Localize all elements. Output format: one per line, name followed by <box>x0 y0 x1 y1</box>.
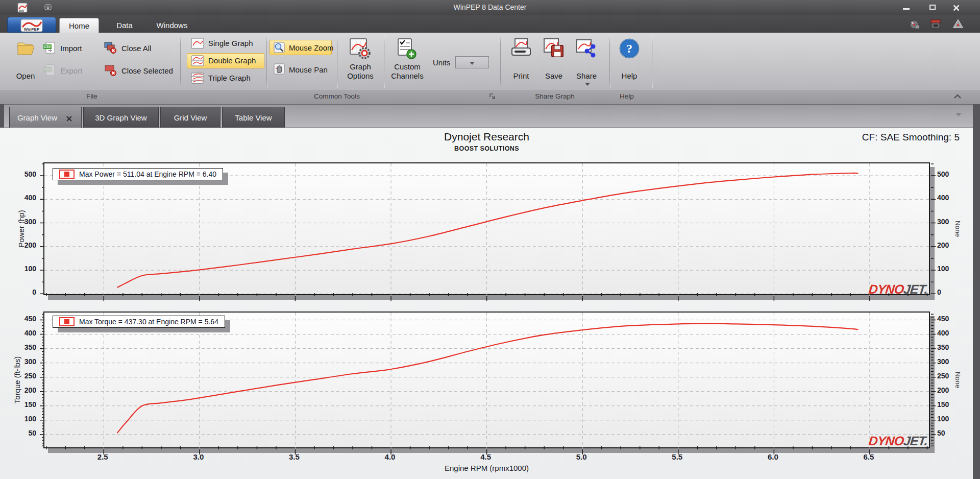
tick-label: 50 <box>937 429 967 437</box>
tick-label: 400 <box>7 194 36 202</box>
tab-graph-view[interactable]: Graph View <box>9 107 82 128</box>
torque-plot[interactable] <box>43 312 930 448</box>
gauge-tool-icon[interactable] <box>909 18 920 30</box>
power-axis-label: Power (hp) <box>17 196 27 262</box>
units-label: Units <box>433 58 450 67</box>
x-axis-label: Engine RPM (rpmx1000) <box>43 464 930 472</box>
view-tabstrip: Graph View 3D Graph View Grid View Table… <box>0 104 980 128</box>
power-legend[interactable]: Max Power = 511.04 at Engine RPM = 6.40 <box>53 168 223 180</box>
tick-label: 200 <box>7 386 36 394</box>
tick-label: 100 <box>7 415 36 423</box>
help-button[interactable]: Help <box>614 71 645 80</box>
graph-title: Dynojet Research <box>43 131 930 143</box>
close-all-icon[interactable] <box>104 42 117 56</box>
ribbon-group-strip: File Common Tools Share Graph Help <box>0 90 980 104</box>
torque-legend[interactable]: Max Torque = 437.30 at Engine RPM = 5.64 <box>53 316 225 328</box>
close-all-button[interactable]: Close All <box>121 44 151 53</box>
tab-overflow-icon[interactable] <box>955 113 962 116</box>
print-button[interactable]: Print <box>505 71 537 80</box>
graph-options-button[interactable]: Graph <box>338 62 383 71</box>
ribbon-tab-data[interactable]: Data <box>108 18 141 33</box>
print-icon[interactable] <box>510 38 532 61</box>
chevron-down-icon <box>470 62 475 65</box>
tick-label: 450 <box>7 315 36 323</box>
share-icon[interactable] <box>576 38 597 61</box>
single-graph-button[interactable]: Single Graph <box>208 39 253 47</box>
triple-graph-icon[interactable] <box>191 73 204 86</box>
tick-label: 5.5 <box>663 452 692 461</box>
open-icon[interactable] <box>16 40 36 58</box>
dialog-launcher-icon[interactable] <box>489 93 497 101</box>
tick-label: 500 <box>937 170 967 178</box>
correction-info: CF: SAE Smoothing: 5 <box>862 132 960 143</box>
tick-label: 2.5 <box>88 452 117 461</box>
graph-view-content: Dynojet Research BOOST SOLUTIONS CF: SAE… <box>0 128 980 479</box>
tick-label: 300 <box>7 218 36 226</box>
application-menu-button[interactable]: WinPEP <box>7 17 56 33</box>
graph-subtitle: BOOST SOLUTIONS <box>43 145 930 152</box>
tick-label: 0 <box>937 288 967 296</box>
close-button[interactable] <box>946 2 966 13</box>
dyno-device-icon[interactable] <box>930 18 941 30</box>
share-button[interactable]: Share <box>571 71 602 80</box>
torque-legend-text: Max Torque = 437.30 at Engine RPM = 5.64 <box>79 318 218 326</box>
maximize-button[interactable] <box>923 2 942 13</box>
tab-3d-graph-view[interactable]: 3D Graph View <box>83 107 159 128</box>
close-selected-icon[interactable] <box>104 64 117 79</box>
export-icon[interactable]: CSV <box>43 64 56 79</box>
graph-options-icon[interactable] <box>349 38 372 62</box>
ribbon-tab-windows[interactable]: Windows <box>148 18 196 33</box>
mouse-pan-icon[interactable] <box>274 63 285 77</box>
tick-label: 350 <box>937 343 967 351</box>
graph-options-button-line2[interactable]: Options <box>338 71 383 80</box>
tick-label: 6.5 <box>854 452 883 461</box>
mouse-zoom-icon[interactable] <box>274 42 285 55</box>
tick-label: 200 <box>937 386 967 394</box>
double-graph-button[interactable]: Double Graph <box>208 56 256 65</box>
units-dropdown[interactable] <box>455 56 489 68</box>
import-button[interactable]: Import <box>60 44 82 53</box>
tick-label: 150 <box>7 400 36 409</box>
help-icon[interactable]: ? <box>619 38 640 61</box>
tick-label: 300 <box>7 357 36 366</box>
custom-channels-button[interactable]: Custom <box>384 62 431 71</box>
import-icon[interactable]: CSV <box>43 42 56 56</box>
minimize-button[interactable] <box>896 2 916 13</box>
mouse-pan-button[interactable]: Mouse Pan <box>289 65 328 74</box>
tick-label: 3.0 <box>184 452 213 461</box>
tick-label: 150 <box>937 400 967 409</box>
mouse-zoom-button[interactable]: Mouse Zoom <box>289 43 334 52</box>
power-plot[interactable] <box>43 162 930 295</box>
tab-grid-view[interactable]: Grid View <box>160 107 220 128</box>
close-selected-button[interactable]: Close Selected <box>121 66 173 75</box>
triple-graph-button[interactable]: Triple Graph <box>208 74 251 82</box>
svg-text:CSV: CSV <box>44 45 51 49</box>
single-graph-icon[interactable] <box>191 38 204 51</box>
tick-label: 300 <box>937 357 967 366</box>
svg-text:?: ? <box>626 42 632 55</box>
export-button[interactable]: Export <box>60 66 82 75</box>
tick-label: 50 <box>7 429 36 437</box>
ribbon-collapse-icon[interactable] <box>952 92 964 102</box>
power-series-swatch <box>59 170 75 179</box>
tick-label: 450 <box>937 315 967 323</box>
ribbon-tab-home[interactable]: Home <box>59 18 99 33</box>
file-group-label: File <box>31 92 153 100</box>
titlebar: WinPEP 8 Data Center <box>0 0 980 15</box>
custom-channels-button-line2[interactable]: Channels <box>384 71 431 80</box>
share-dropdown-icon[interactable] <box>585 83 590 86</box>
custom-channels-icon[interactable] <box>395 38 418 62</box>
double-graph-icon[interactable] <box>191 55 204 68</box>
prism-tool-icon[interactable] <box>952 18 964 30</box>
tick-label: 100 <box>7 265 36 273</box>
help-group-label: Help <box>609 92 645 100</box>
open-button[interactable]: Open <box>9 71 42 80</box>
tick-label: 200 <box>7 241 36 249</box>
save-icon[interactable] <box>543 38 565 61</box>
svg-text:CSV: CSV <box>44 67 51 71</box>
tick-label: 100 <box>937 265 967 273</box>
tab-close-icon[interactable] <box>64 107 74 128</box>
tab-table-view[interactable]: Table View <box>222 107 285 128</box>
save-button[interactable]: Save <box>538 71 570 80</box>
tick-label: 500 <box>7 170 36 178</box>
